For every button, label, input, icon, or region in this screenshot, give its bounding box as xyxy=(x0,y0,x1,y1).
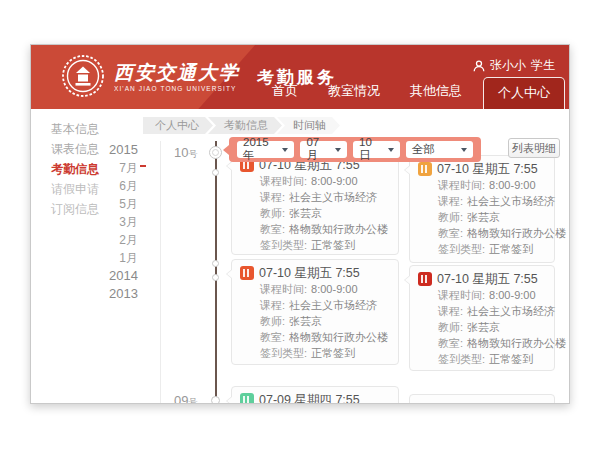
field-value: 张芸京 xyxy=(467,321,500,333)
field-value: 社会主义市场经济 xyxy=(467,195,555,207)
field-label: 教师: xyxy=(438,321,463,333)
field-value: 格物致知行政办公楼 xyxy=(289,223,388,235)
user-role: 学生 xyxy=(531,57,555,74)
university-name-zh: 西安交通大学 xyxy=(114,61,240,83)
date-filter-bar: 2015年 07月 10日 全部 xyxy=(229,137,481,162)
timeline-month[interactable]: 5月 xyxy=(86,195,138,213)
checkin-type-icon xyxy=(240,266,254,280)
field-value: 张芸京 xyxy=(289,207,322,219)
field-value: 格物致知行政办公楼 xyxy=(467,227,566,239)
timeline-node xyxy=(211,396,220,404)
user-icon xyxy=(473,60,485,72)
type-select[interactable]: 全部 xyxy=(406,141,473,158)
month-select[interactable]: 07月 xyxy=(300,141,347,158)
day-label-09: 09号 xyxy=(174,393,197,404)
timeline-column-divider xyxy=(160,141,161,404)
card-date: 07-09 星期四 7:55 xyxy=(259,392,360,405)
day-label-10: 10号 xyxy=(174,145,197,161)
breadcrumb-attendance-info[interactable]: 考勤信息 xyxy=(208,117,282,134)
month-select-value: 07月 xyxy=(306,136,329,163)
card-date: 07-10 星期五 7:55 xyxy=(437,161,538,178)
chevron-down-icon xyxy=(335,148,341,152)
nav-personal-center[interactable]: 个人中心 xyxy=(483,77,565,109)
field-label: 教师: xyxy=(260,315,285,327)
chevron-down-icon xyxy=(282,148,288,152)
type-select-value: 全部 xyxy=(412,142,435,157)
field-label: 签到类型: xyxy=(260,347,307,359)
field-value: 社会主义市场经济 xyxy=(289,299,377,311)
attendance-card: 07-10 星期五 7:55 课程时间:8:00-9:00 课程:社会主义市场经… xyxy=(231,259,399,365)
app-header: 西安交通大学 XI'AN JIAO TONG UNIVERSITY 考勤服务 张… xyxy=(31,45,570,109)
field-value: 正常签到 xyxy=(311,239,355,251)
field-label: 签到类型: xyxy=(438,243,485,255)
field-value: 张芸京 xyxy=(289,315,322,327)
field-label: 签到类型: xyxy=(260,239,307,251)
checkin-type-icon xyxy=(240,393,254,404)
field-label: 教室: xyxy=(438,227,463,239)
field-value: 正常签到 xyxy=(489,353,533,365)
timeline-year[interactable]: 2013 xyxy=(86,285,138,303)
field-label: 课程: xyxy=(260,191,285,203)
nav-home[interactable]: 首页 xyxy=(257,82,313,109)
attendance-card: 07-10 星期五 7:55 课程时间:8:00-9:00 课程:社会主义市场经… xyxy=(409,155,555,263)
field-value: 8:00-9:00 xyxy=(489,289,535,301)
university-seal-icon xyxy=(61,54,105,98)
user-name: 张小小 xyxy=(490,57,526,74)
day-select-value: 10日 xyxy=(359,136,382,163)
attendance-card xyxy=(409,394,555,404)
timeline-node-active xyxy=(209,146,222,159)
chevron-down-icon xyxy=(461,148,467,152)
field-label: 课程时间: xyxy=(260,283,307,295)
field-value: 8:00-9:00 xyxy=(311,283,357,295)
attendance-card: 07-10 星期五 7:55 课程时间:8:00-9:00 课程:社会主义市场经… xyxy=(231,151,399,255)
field-value: 社会主义市场经济 xyxy=(467,305,555,317)
checkin-type-icon xyxy=(418,272,432,286)
breadcrumb: 个人中心 考勤信息 时间轴 xyxy=(143,117,340,134)
breadcrumb-timeline[interactable]: 时间轴 xyxy=(277,117,340,134)
field-label: 教师: xyxy=(260,207,285,219)
timeline-period-list: 2015 7月 6月 5月 3月 2月 1月 2014 2013 xyxy=(86,141,138,303)
timeline-year[interactable]: 2015 xyxy=(86,141,138,159)
field-label: 课程时间: xyxy=(438,179,485,191)
attendance-card: 07-10 星期五 7:55 课程时间:8:00-9:00 课程:社会主义市场经… xyxy=(409,265,555,371)
day-select[interactable]: 10日 xyxy=(353,141,400,158)
card-date: 07-10 星期五 7:55 xyxy=(437,271,538,288)
current-month-marker xyxy=(140,165,146,167)
timeline-month[interactable]: 6月 xyxy=(86,177,138,195)
field-label: 教室: xyxy=(260,223,285,235)
user-menu[interactable]: 张小小 学生 xyxy=(473,57,555,74)
timeline-month[interactable]: 2月 xyxy=(86,231,138,249)
field-label: 教师: xyxy=(438,211,463,223)
chevron-down-icon xyxy=(388,148,394,152)
card-date: 07-10 星期五 7:55 xyxy=(259,265,360,282)
field-value: 正常签到 xyxy=(489,243,533,255)
breadcrumb-personal-center[interactable]: 个人中心 xyxy=(143,117,213,134)
field-label: 课程: xyxy=(438,195,463,207)
timeline-month[interactable]: 3月 xyxy=(86,213,138,231)
sidebar-item-basic-info[interactable]: 基本信息 xyxy=(51,119,121,139)
field-value: 格物致知行政办公楼 xyxy=(289,331,388,343)
field-label: 教室: xyxy=(260,331,285,343)
list-detail-button[interactable]: 列表明细 xyxy=(508,138,560,158)
nav-other-info[interactable]: 其他信息 xyxy=(395,82,477,109)
field-value: 张芸京 xyxy=(467,211,500,223)
timeline-axis xyxy=(215,141,217,404)
timeline-node xyxy=(212,274,219,281)
year-select[interactable]: 2015年 xyxy=(237,141,294,158)
field-label: 课程时间: xyxy=(260,175,307,187)
field-label: 课程时间: xyxy=(438,289,485,301)
field-label: 签到类型: xyxy=(438,353,485,365)
timeline-year[interactable]: 2014 xyxy=(86,267,138,285)
timeline-node xyxy=(212,169,219,176)
attendance-card: 07-09 星期四 7:55 xyxy=(231,386,399,404)
year-select-value: 2015年 xyxy=(243,136,276,163)
nav-classrooms[interactable]: 教室情况 xyxy=(313,82,395,109)
timeline-month[interactable]: 1月 xyxy=(86,249,138,267)
field-value: 8:00-9:00 xyxy=(489,179,535,191)
university-name-en: XI'AN JIAO TONG UNIVERSITY xyxy=(114,85,240,92)
timeline-month[interactable]: 7月 xyxy=(86,159,138,177)
field-label: 课程: xyxy=(260,299,285,311)
checkin-type-icon xyxy=(418,162,432,176)
field-value: 8:00-9:00 xyxy=(311,175,357,187)
field-value: 社会主义市场经济 xyxy=(289,191,377,203)
